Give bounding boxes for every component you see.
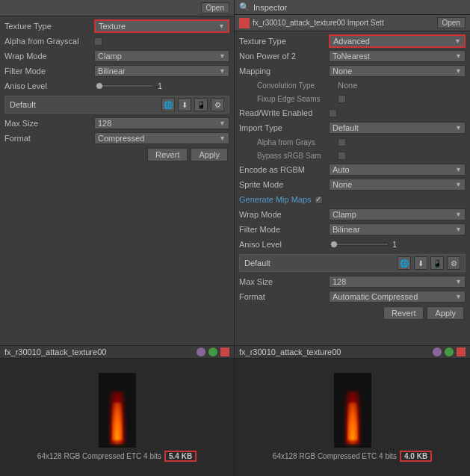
mapping-arrow: ▼ — [455, 67, 462, 75]
import-type-row: Import Type Default ▼ — [239, 121, 466, 135]
right-filter-mode-row: Filter Mode Bilinear ▼ — [239, 223, 466, 236]
left-revert-button[interactable]: Revert — [147, 148, 188, 161]
bypass-srgb-row: Bypass sRGB Sam — [239, 149, 466, 161]
right-max-size-value: 128 — [333, 277, 346, 286]
right-filter-mode-label: Filter Mode — [239, 225, 329, 234]
sprite-mode-value: None — [333, 180, 352, 189]
mapping-label: Mapping — [239, 67, 329, 75]
read-write-label: Read/Write Enabled — [239, 108, 329, 117]
max-size-arrow: ▼ — [219, 120, 226, 127]
texture-type-value: Texture — [99, 22, 126, 31]
texture-type-row: Texture Type Texture ▼ — [4, 19, 229, 33]
sprite-mode-row: Sprite Mode None ▼ — [239, 178, 466, 191]
encode-rgbm-arrow: ▼ — [455, 166, 462, 173]
right-format-row: Format Automatic Compressed ▼ — [239, 290, 466, 303]
import-type-arrow: ▼ — [455, 124, 462, 132]
right-fire-glow — [347, 403, 358, 440]
right-texture-type-dropdown[interactable]: Advanced ▼ — [329, 34, 466, 48]
left-apply-button[interactable]: Apply — [191, 148, 228, 161]
wrap-mode-row: Wrap Mode Clamp ▼ — [4, 49, 229, 63]
right-apply-button[interactable]: Apply — [427, 306, 464, 320]
mapping-dropdown[interactable]: None ▼ — [329, 65, 466, 77]
filter-mode-dropdown[interactable]: Bilinear ▼ — [94, 65, 229, 77]
filter-mode-arrow: ▼ — [219, 67, 226, 75]
default-label: Default — [10, 100, 36, 109]
aniso-slider[interactable] — [94, 84, 154, 87]
aniso-value: 1 — [158, 81, 162, 90]
right-panel: 🔍 Inspector fx_r30010_attack_texture00 I… — [235, 0, 470, 476]
right-preview-icons — [433, 347, 466, 356]
format-row: Format Compressed ▼ — [4, 132, 229, 145]
bypass-srgb-checkbox[interactable] — [338, 152, 346, 160]
inspector-icon: 🔍 — [239, 2, 250, 12]
right-format-label: Format — [239, 292, 329, 301]
asset-icon — [239, 18, 250, 28]
left-preview-title: fx_r30010_attack_texture00 — [4, 347, 106, 356]
texture-type-dropdown[interactable]: Texture ▼ — [94, 19, 229, 33]
right-icon-green — [445, 347, 454, 356]
fixup-edge-row: Fixup Edge Seams — [239, 93, 466, 105]
right-texture-type-value: Advanced — [333, 37, 370, 46]
aniso-thumb — [96, 83, 102, 89]
right-aniso-slider[interactable] — [329, 243, 389, 246]
import-type-value: Default — [333, 123, 359, 132]
wrap-mode-arrow: ▼ — [219, 52, 226, 60]
sprite-mode-dropdown[interactable]: None ▼ — [329, 179, 466, 191]
right-preview-header: fx_r30010_attack_texture00 — [235, 346, 470, 359]
globe-icon-btn[interactable]: 🌐 — [161, 98, 175, 111]
wrap-mode-dropdown[interactable]: Clamp ▼ — [94, 50, 229, 62]
right-preview-area: fx_r30010_attack_texture00 64x128 RGB Co… — [235, 345, 470, 476]
right-max-size-row: Max Size 128 ▼ — [239, 275, 466, 288]
right-aniso-value: 1 — [392, 240, 397, 249]
max-size-dropdown[interactable]: 128 ▼ — [94, 117, 229, 129]
settings-icon-btn[interactable]: ⚙ — [211, 98, 224, 111]
right-globe-icon-btn[interactable]: 🌐 — [398, 256, 411, 270]
download-icon-btn[interactable]: ⬇ — [178, 98, 191, 111]
fixup-edge-label: Fixup Edge Seams — [248, 95, 338, 103]
format-dropdown[interactable]: Compressed ▼ — [94, 132, 229, 144]
convolution-row: Convolution Type None — [239, 79, 466, 91]
right-format-arrow: ▼ — [455, 293, 462, 300]
non-power-row: Non Power of 2 ToNearest ▼ — [239, 49, 466, 63]
right-wrap-mode-arrow: ▼ — [455, 211, 462, 218]
right-inspector-header: 🔍 Inspector — [235, 0, 470, 15]
non-power-dropdown[interactable]: ToNearest ▼ — [329, 50, 466, 62]
right-download-icon-btn[interactable]: ⬇ — [414, 256, 427, 270]
left-settings: Texture Type Texture ▼ Alpha from Graysc… — [0, 16, 234, 345]
encode-rgbm-dropdown[interactable]: Auto ▼ — [329, 164, 466, 176]
right-phone-icon-btn[interactable]: 📱 — [430, 256, 444, 270]
asset-title: fx_r30010_attack_texture00 Import Sett — [253, 19, 437, 27]
generate-mip-checkbox[interactable] — [315, 196, 323, 204]
alpha-grays-checkbox[interactable] — [338, 138, 346, 146]
right-settings-icon-btn[interactable]: ⚙ — [447, 256, 460, 270]
left-preview-info: 64x128 RGB Compressed ETC 4 bits 5.4 KB — [37, 451, 197, 462]
inspector-label: Inspector — [253, 3, 287, 12]
right-platform-btn-group: 🌐 ⬇ 📱 ⚙ — [398, 256, 460, 270]
non-power-value: ToNearest — [333, 52, 370, 61]
right-filter-mode-dropdown[interactable]: Bilinear ▼ — [329, 223, 466, 235]
fixup-edge-checkbox[interactable] — [338, 95, 346, 103]
right-revert-button[interactable]: Revert — [383, 306, 424, 320]
right-texture-type-arrow: ▼ — [454, 37, 461, 45]
right-open-button[interactable]: Open — [437, 17, 466, 28]
import-type-dropdown[interactable]: Default ▼ — [329, 122, 466, 134]
right-aniso-thumb — [331, 241, 337, 247]
filter-mode-label: Filter Mode — [4, 67, 94, 75]
right-max-size-label: Max Size — [239, 277, 329, 286]
phone-icon-btn[interactable]: 📱 — [194, 98, 208, 111]
right-wrap-mode-dropdown[interactable]: Clamp ▼ — [329, 208, 466, 220]
left-open-button[interactable]: Open — [201, 2, 229, 13]
read-write-checkbox[interactable] — [329, 109, 337, 117]
right-max-size-dropdown[interactable]: 128 ▼ — [329, 276, 466, 288]
convolution-label: Convolution Type — [248, 81, 338, 90]
right-format-dropdown[interactable]: Automatic Compressed ▼ — [329, 291, 466, 303]
sprite-mode-arrow: ▼ — [455, 181, 462, 188]
right-icon-purple — [433, 347, 442, 356]
filter-mode-row: Filter Mode Bilinear ▼ — [4, 64, 229, 78]
generate-mip-row: Generate Mip Maps — [239, 193, 466, 206]
left-preview-content: 64x128 RGB Compressed ETC 4 bits 5.4 KB — [0, 359, 234, 476]
right-aniso-label: Aniso Level — [239, 240, 329, 249]
alpha-grayscale-checkbox[interactable] — [94, 37, 102, 46]
right-preview-title: fx_r30010_attack_texture00 — [239, 347, 341, 356]
left-preview-header: fx_r30010_attack_texture00 — [0, 346, 234, 359]
